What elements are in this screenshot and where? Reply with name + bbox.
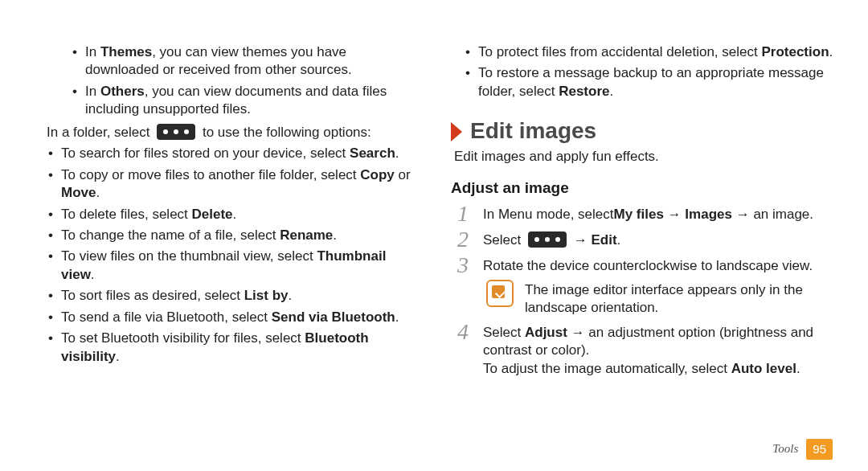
section-heading-edit-images: Edit images: [451, 117, 836, 146]
list-item: To search for files stored on your devic…: [51, 145, 419, 162]
list-item: To change the name of a file, select Ren…: [51, 227, 419, 244]
section-subtext: Edit images and apply fun effects.: [454, 148, 836, 166]
note-icon: [486, 280, 514, 307]
page-footer: Tools 95: [772, 439, 833, 460]
step-4: 4 Select Adjust → an adjustment option (…: [454, 321, 836, 378]
step-1: 1 In Menu mode, selectMy files → Images …: [454, 203, 836, 225]
list-item: To sort files as desired, select List by…: [51, 287, 419, 305]
step-number: 3: [454, 254, 472, 276]
list-item: To restore a message backup to an approp…: [469, 64, 836, 100]
note-callout: The image editor interface appears only …: [486, 280, 836, 317]
left-column: In Themes, you can view themes you have …: [34, 43, 419, 471]
folder-options-list-continued: To protect files from accidental deletio…: [451, 43, 836, 100]
list-item: To delete files, select Delete.: [51, 206, 419, 223]
right-column: To protect files from accidental deletio…: [451, 43, 836, 471]
step-3: 3 Rotate the device counterclockwise to …: [454, 254, 836, 276]
subsection-adjust-image: Adjust an image: [451, 178, 836, 198]
folder-options-intro: In a folder, select to use the following…: [47, 124, 419, 141]
list-item: In Others, you can view documents and da…: [76, 83, 419, 119]
step-number: 2: [454, 228, 472, 251]
page-number-badge: 95: [806, 439, 833, 460]
list-item: To view files on the thumbnail view, sel…: [51, 248, 419, 284]
note-text: The image editor interface appears only …: [525, 280, 836, 317]
steps-list: 1 In Menu mode, selectMy files → Images …: [454, 203, 836, 378]
folder-options-list: To search for files stored on your devic…: [34, 145, 419, 366]
step-2: 2 Select → Edit.: [454, 228, 836, 251]
list-item: To protect files from accidental deletio…: [469, 43, 836, 61]
more-options-icon: [157, 124, 195, 140]
more-options-icon: [528, 231, 567, 248]
heading-text: Edit images: [470, 117, 596, 146]
list-item: In Themes, you can view themes you have …: [76, 43, 419, 80]
step-number: 4: [454, 321, 472, 378]
list-item: To copy or move files to another file fo…: [51, 166, 419, 203]
step-number: 1: [454, 203, 472, 225]
list-item: To send a file via Bluetooth, select Sen…: [51, 309, 419, 326]
manual-page: In Themes, you can view themes you have …: [0, 0, 868, 471]
my-files-categories-list: In Themes, you can view themes you have …: [34, 43, 419, 119]
list-item: To set Bluetooth visibility for files, s…: [51, 330, 419, 366]
footer-section: Tools: [772, 441, 798, 457]
step-text: Rotate the device counterclockwise to la…: [483, 254, 836, 276]
chevron-right-icon: [451, 122, 462, 141]
